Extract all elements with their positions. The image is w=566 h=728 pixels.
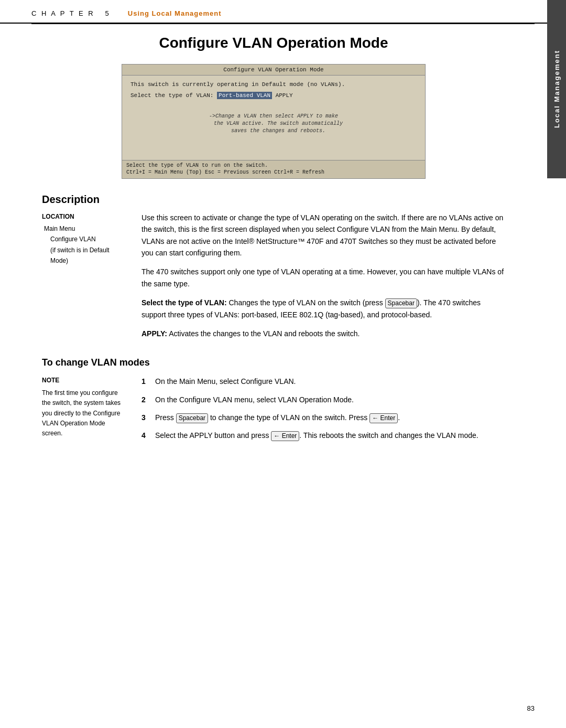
step-3: Press Spacebar to change the type of VLA… [142,412,505,423]
spacebar-key: Spacebar [385,298,417,308]
terminal-screenshot: Configure VLAN Operation Mode This switc… [122,64,426,179]
steps-section: NOTE The first time you configure the sw… [42,376,505,448]
description-section: Location Main Menu Configure VLAN (if sw… [42,212,505,347]
steps-list: On the Main Menu, select Configure VLAN.… [142,376,505,442]
page-title: Configure VLAN Operation Mode [42,35,505,51]
terminal-line1: This switch is currently operating in De… [130,81,417,89]
side-tab: Local Management [547,0,566,178]
terminal-footer: Select the type of VLAN to run on the sw… [122,160,425,178]
step-1: On the Main Menu, select Configure VLAN. [142,376,505,387]
page-header: C H A P T E R 5 Using Local Management [0,0,566,24]
terminal-body: This switch is currently operating in De… [122,76,425,109]
location-content: Main Menu Configure VLAN (if switch is i… [42,223,126,266]
enter-key-step3: ← Enter [369,413,398,423]
steps-area: On the Main Menu, select Configure VLAN.… [142,376,505,448]
spacebar-key-step3: Spacebar [176,413,208,423]
note-sidebar: NOTE The first time you configure the sw… [42,376,126,448]
description-para3: Select the type of VLAN: Changes the typ… [142,297,505,320]
main-content: Configure VLAN Operation Mode Configure … [0,24,547,479]
description-title: Description [42,194,505,206]
step-2: On the Configure VLAN menu, select VLAN … [142,394,505,405]
terminal-line2: Select the type of VLAN: Port-based VLAN… [130,92,417,100]
description-text-area: Use this screen to activate or change th… [142,212,505,347]
location-sidebar: Location Main Menu Configure VLAN (if sw… [42,212,126,347]
description-para4: APPLY: Activates the changes to the VLAN… [142,328,505,339]
terminal-title: Configure VLAN Operation Mode [122,65,425,76]
change-vlan-title: To change VLAN modes [42,357,505,368]
page-number: 83 [527,704,535,712]
chapter-label: C H A P T E R 5 Using Local Management [31,9,222,17]
enter-key-step4: ← Enter [271,431,299,441]
terminal-note: ->Change a VLAN then select APPLY to mak… [122,109,425,139]
description-para1: Use this screen to activate or change th… [142,212,505,259]
description-para2: The 470 switches support only one type o… [142,266,505,290]
step-4: Select the APPLY button and press ← Ente… [142,430,505,441]
